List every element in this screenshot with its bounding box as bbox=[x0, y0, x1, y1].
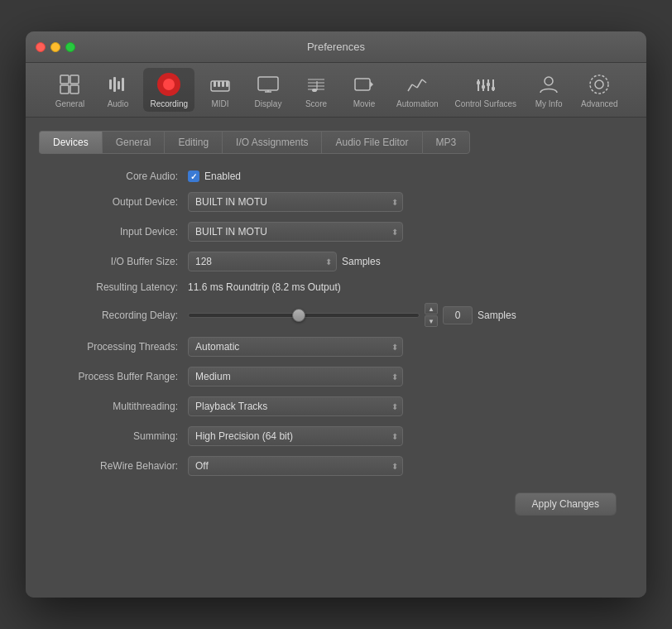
minimize-button[interactable] bbox=[50, 42, 60, 52]
toolbar-item-midi[interactable]: MIDI bbox=[198, 68, 242, 112]
svg-line-27 bbox=[422, 79, 426, 83]
svg-line-24 bbox=[408, 84, 412, 91]
processing-threads-select[interactable]: Automatic bbox=[188, 337, 403, 357]
display-icon bbox=[255, 71, 281, 98]
toolbar-label-control-surfaces: Control Surfaces bbox=[455, 99, 516, 108]
tab-general[interactable]: General bbox=[102, 131, 165, 154]
summing-select-wrapper: High Precision (64 bit) ⬍ bbox=[188, 426, 403, 446]
output-device-select-wrapper: BUILT IN MOTU ⬍ bbox=[188, 192, 403, 212]
svg-rect-32 bbox=[477, 81, 480, 84]
recording-delay-value: 0 bbox=[443, 306, 473, 324]
toolbar-item-control-surfaces[interactable]: Control Surfaces bbox=[449, 68, 523, 112]
svg-rect-13 bbox=[258, 77, 278, 90]
output-device-row: Output Device: BUILT IN MOTU ⬍ bbox=[55, 192, 617, 212]
core-audio-checkbox[interactable]: ✓ bbox=[188, 170, 199, 182]
rewire-label: ReWire Behavior: bbox=[55, 460, 188, 472]
io-buffer-select-wrapper: 128 ⬍ bbox=[188, 252, 337, 271]
delay-increment-button[interactable]: ▲ bbox=[425, 303, 438, 314]
svg-line-26 bbox=[417, 79, 422, 88]
toolbar-item-score[interactable]: Score bbox=[294, 68, 338, 112]
svg-rect-35 bbox=[492, 87, 495, 90]
core-audio-checkbox-label[interactable]: ✓ Enabled bbox=[188, 170, 241, 182]
audio-icon bbox=[104, 71, 131, 98]
apply-changes-button[interactable]: Apply Changes bbox=[515, 492, 617, 516]
close-button[interactable] bbox=[36, 42, 46, 52]
recording-delay-slider-thumb[interactable] bbox=[292, 309, 305, 322]
summing-select[interactable]: High Precision (64 bit) bbox=[188, 426, 403, 446]
svg-rect-33 bbox=[482, 85, 485, 89]
tab-editing[interactable]: Editing bbox=[164, 131, 222, 154]
input-device-row: Input Device: BUILT IN MOTU ⬍ bbox=[55, 222, 617, 242]
recording-delay-slider-track[interactable] bbox=[188, 313, 420, 318]
form-section: Core Audio: ✓ Enabled Output Device: BUI… bbox=[39, 170, 633, 476]
svg-point-36 bbox=[545, 77, 553, 85]
toolbar-label-audio: Audio bbox=[108, 99, 129, 108]
input-device-select[interactable]: BUILT IN MOTU bbox=[188, 222, 403, 242]
svg-rect-11 bbox=[222, 81, 224, 87]
content-area: Devices General Editing I/O Assignments … bbox=[26, 118, 646, 598]
process-buffer-select[interactable]: Medium bbox=[188, 367, 403, 387]
tab-io-assignments[interactable]: I/O Assignments bbox=[222, 131, 321, 154]
core-audio-enabled-text: Enabled bbox=[204, 170, 241, 182]
toolbar-item-recording[interactable]: Recording bbox=[143, 68, 194, 112]
titlebar: Preferences bbox=[26, 31, 646, 63]
toolbar-item-automation[interactable]: Automation bbox=[390, 68, 445, 112]
svg-rect-6 bbox=[118, 81, 120, 89]
toolbar-item-my-info[interactable]: My Info bbox=[526, 68, 571, 112]
multithreading-label: Multithreading: bbox=[55, 401, 188, 412]
input-device-select-wrapper: BUILT IN MOTU ⬍ bbox=[188, 222, 403, 242]
summing-label: Summing: bbox=[55, 430, 188, 442]
score-icon bbox=[303, 71, 329, 98]
my-info-icon bbox=[535, 71, 562, 98]
rewire-row: ReWire Behavior: Off ⬍ bbox=[55, 456, 617, 476]
svg-line-25 bbox=[412, 84, 417, 88]
recording-icon bbox=[156, 71, 182, 98]
processing-threads-row: Processing Threads: Automatic ⬍ bbox=[55, 337, 617, 357]
toolbar-label-general: General bbox=[55, 99, 85, 108]
multithreading-row: Multithreading: Playback Tracks ⬍ bbox=[55, 396, 617, 416]
toolbar-item-advanced[interactable]: Advanced bbox=[574, 68, 624, 112]
toolbar: General Audio Recording bbox=[26, 63, 646, 118]
movie-icon bbox=[351, 71, 377, 98]
toolbar-label-advanced: Advanced bbox=[581, 99, 617, 108]
traffic-lights bbox=[36, 42, 75, 52]
svg-rect-4 bbox=[109, 79, 112, 89]
input-device-label: Input Device: bbox=[55, 226, 188, 238]
toolbar-item-display[interactable]: Display bbox=[246, 68, 290, 112]
core-audio-row: Core Audio: ✓ Enabled bbox=[55, 170, 617, 182]
tab-audio-file-editor[interactable]: Audio File Editor bbox=[321, 131, 421, 154]
latency-row: Resulting Latency: 11.6 ms Roundtrip (8.… bbox=[55, 281, 617, 293]
toolbar-item-general[interactable]: General bbox=[47, 68, 92, 112]
delay-decrement-button[interactable]: ▼ bbox=[425, 315, 438, 327]
toolbar-item-audio[interactable]: Audio bbox=[95, 68, 140, 112]
output-device-select[interactable]: BUILT IN MOTU bbox=[188, 192, 403, 212]
latency-label: Resulting Latency: bbox=[55, 281, 188, 293]
tab-devices[interactable]: Devices bbox=[39, 131, 102, 154]
io-buffer-row: I/O Buffer Size: 128 ⬍ Samples bbox=[55, 252, 617, 271]
multithreading-select[interactable]: Playback Tracks bbox=[188, 396, 403, 416]
toolbar-item-movie[interactable]: Movie bbox=[342, 68, 386, 112]
toolbar-label-movie: Movie bbox=[353, 99, 376, 108]
toolbar-label-midi: MIDI bbox=[211, 99, 228, 108]
processing-threads-select-wrapper: Automatic ⬍ bbox=[188, 337, 403, 357]
control-surfaces-icon bbox=[473, 71, 499, 98]
preferences-window: Preferences General bbox=[26, 31, 646, 598]
io-buffer-select[interactable]: 128 bbox=[188, 252, 337, 271]
rewire-select[interactable]: Off bbox=[188, 456, 403, 476]
tabs-bar: Devices General Editing I/O Assignments … bbox=[39, 131, 633, 154]
toolbar-label-my-info: My Info bbox=[535, 99, 563, 108]
svg-point-38 bbox=[590, 75, 608, 94]
svg-rect-0 bbox=[60, 75, 69, 84]
recording-delay-row: Recording Delay: ▲ ▼ 0 Samples bbox=[55, 303, 617, 327]
tab-mp3[interactable]: MP3 bbox=[422, 131, 471, 154]
toolbar-label-score: Score bbox=[305, 99, 327, 108]
maximize-button[interactable] bbox=[65, 42, 75, 52]
svg-rect-7 bbox=[122, 78, 124, 91]
recording-delay-label: Recording Delay: bbox=[55, 310, 188, 321]
process-buffer-select-wrapper: Medium ⬍ bbox=[188, 367, 403, 387]
io-buffer-controls: 128 ⬍ Samples bbox=[188, 252, 381, 271]
toolbar-label-automation: Automation bbox=[396, 99, 439, 108]
svg-rect-34 bbox=[487, 83, 490, 86]
core-audio-label: Core Audio: bbox=[55, 170, 188, 182]
process-buffer-row: Process Buffer Range: Medium ⬍ bbox=[55, 367, 617, 387]
